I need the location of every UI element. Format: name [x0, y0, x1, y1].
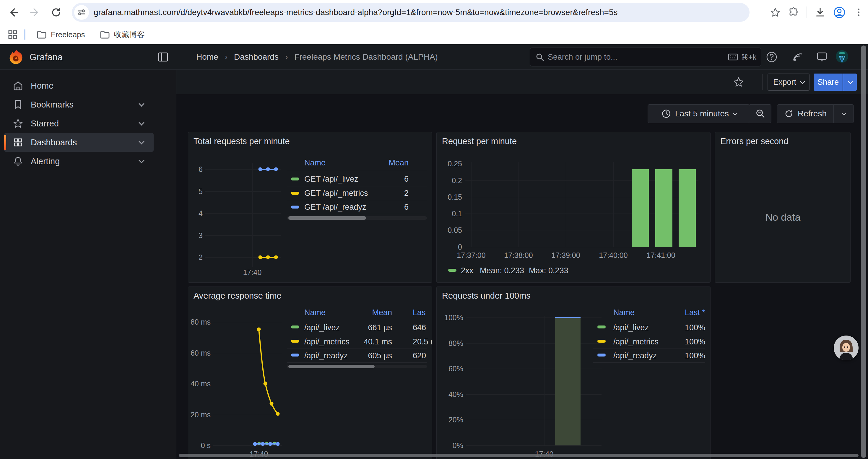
area-fill[interactable]	[555, 318, 581, 446]
bell-icon	[13, 156, 23, 166]
bar-2xx[interactable]	[655, 169, 673, 247]
url-text: grafana.mathmast.com/d/deytv4rwavabkb/fr…	[94, 8, 617, 17]
share-button[interactable]: Share	[814, 73, 843, 91]
chevron-down-icon[interactable]	[138, 157, 145, 163]
profile-icon[interactable]	[833, 6, 845, 19]
series-color-pill[interactable]	[291, 177, 299, 181]
legend-value: 100%	[646, 336, 705, 347]
search-input[interactable]	[548, 53, 728, 62]
toolbar-divider	[807, 6, 807, 18]
panel-title[interactable]: Requests under 100ms	[442, 291, 531, 301]
y-tick: 0.25	[437, 159, 462, 168]
legend-max: Max: 0.233	[529, 265, 568, 276]
assistant-avatar[interactable]	[834, 335, 859, 360]
series-color-pill[interactable]	[291, 340, 299, 342]
legend-series-name[interactable]: 2xx	[461, 265, 473, 276]
bookmark-folder-freeleaps[interactable]: Freeleaps	[32, 28, 90, 42]
bar-2xx[interactable]	[632, 169, 649, 247]
breadcrumb: Home › Dashboards › Freeleaps Metrics Da…	[196, 44, 438, 70]
panel-title[interactable]: Errors per second	[720, 136, 788, 146]
y-tick: 0 s	[188, 441, 211, 450]
legend-value: 100%	[646, 322, 705, 333]
site-settings-icon[interactable]	[74, 5, 89, 20]
chevron-down-icon	[800, 79, 805, 84]
series-color-pill[interactable]	[597, 340, 606, 342]
panel-title[interactable]: Request per minute	[442, 136, 517, 146]
apps-grid-icon[interactable]	[8, 30, 18, 40]
sidebar-item-label: Home	[31, 81, 54, 91]
sidebar-item-alerting[interactable]: Alerting	[4, 152, 154, 171]
legend-scrollbar-thumb[interactable]	[288, 365, 375, 368]
chevron-down-icon[interactable]	[138, 138, 145, 144]
refresh-button[interactable]: Refresh	[777, 104, 834, 123]
refresh-interval-dropdown[interactable]	[834, 104, 854, 123]
horizontal-scrollbar[interactable]	[179, 454, 859, 457]
bar-2xx[interactable]	[679, 169, 696, 247]
series-color-pill[interactable]	[291, 354, 299, 357]
zoom-out-button[interactable]	[749, 104, 771, 123]
sidebar-item-bookmarks[interactable]: Bookmarks	[4, 95, 154, 114]
reload-icon[interactable]	[47, 3, 66, 22]
bookmarks-bar: Freeleaps 收藏博客	[0, 25, 868, 44]
panel-title[interactable]: Total requests per minute	[193, 136, 290, 146]
breadcrumb-current: Freeleaps Metrics Dashboard (ALPHA)	[294, 52, 438, 62]
favorite-star-icon[interactable]	[733, 76, 744, 88]
panel-errors-per-second: Errors per second No data	[715, 132, 850, 283]
bookmark-folder-blogs[interactable]: 收藏博客	[95, 27, 150, 42]
sidebar-item-home[interactable]: Home	[4, 76, 154, 95]
back-icon[interactable]	[4, 3, 23, 22]
legend-series-name[interactable]: /api/_livez	[613, 322, 649, 333]
legend-series-name[interactable]: /api/_livez	[304, 322, 340, 333]
chevron-down-icon[interactable]	[138, 101, 145, 107]
user-avatar[interactable]	[836, 50, 848, 63]
grafana-logo[interactable]	[9, 49, 24, 65]
panel-title[interactable]: Average response time	[193, 291, 282, 301]
extensions-icon[interactable]	[788, 7, 799, 18]
y-tick: 20%	[437, 415, 463, 424]
help-icon[interactable]	[765, 51, 778, 64]
forward-icon[interactable]	[25, 3, 44, 22]
legend-value: 620	[413, 350, 426, 361]
url-bar[interactable]: grafana.mathmast.com/d/deytv4rwavabkb/fr…	[72, 3, 749, 22]
sidebar-item-starred[interactable]: Starred	[4, 114, 154, 133]
y-tick: 0.2	[437, 176, 462, 185]
time-range-picker[interactable]: Last 5 minutes	[648, 104, 750, 123]
vertical-scrollbar[interactable]	[861, 45, 866, 458]
x-tick: 17:38:00	[498, 251, 539, 260]
export-button[interactable]: Export	[768, 73, 809, 91]
search-box[interactable]: ⌘+k	[530, 47, 761, 66]
refresh-icon	[784, 109, 794, 119]
series-color-pill[interactable]	[291, 326, 299, 328]
sidebar-toggle-icon[interactable]	[158, 52, 168, 62]
share-dropdown-button[interactable]	[843, 73, 857, 91]
home-icon	[13, 80, 23, 91]
series-color-pill[interactable]	[597, 326, 606, 328]
news-rss-icon[interactable]	[791, 51, 804, 64]
series-color-pill[interactable]	[448, 269, 457, 272]
series-color-pill[interactable]	[597, 354, 606, 357]
y-tick: 0.1	[437, 209, 462, 218]
monitor-icon[interactable]	[815, 51, 829, 64]
breadcrumb-dashboards[interactable]: Dashboards	[234, 52, 279, 62]
menu-kebab-icon[interactable]	[853, 7, 864, 18]
x-tick: 17:39:00	[545, 251, 586, 260]
chevron-down-icon	[842, 111, 846, 116]
legend-value: 661 µs	[336, 322, 392, 333]
panel-avg-response-time: Average response time 80 ms 60 ms 40 ms …	[188, 287, 432, 459]
chevron-down-icon[interactable]	[138, 120, 145, 126]
series-color-pill[interactable]	[291, 205, 299, 208]
dashboard-actions-bar: Export Share	[176, 70, 868, 94]
legend-col-mean: Mean	[336, 308, 392, 317]
legend-col-last: Last *	[646, 308, 705, 317]
legend-scrollbar-thumb[interactable]	[288, 216, 366, 220]
brand-name[interactable]: Grafana	[30, 52, 63, 63]
breadcrumb-home[interactable]: Home	[196, 52, 218, 62]
browser-toolbar: grafana.mathmast.com/d/deytv4rwavabkb/fr…	[0, 0, 868, 25]
bookmark-star-icon[interactable]	[770, 7, 780, 18]
active-indicator	[4, 135, 6, 150]
sidebar-item-dashboards[interactable]: Dashboards	[4, 133, 154, 152]
legend-series-name[interactable]: GET /api/_livez	[304, 174, 359, 184]
downloads-icon[interactable]	[815, 7, 826, 18]
series-color-pill[interactable]	[291, 192, 299, 195]
folder-icon	[100, 30, 110, 39]
